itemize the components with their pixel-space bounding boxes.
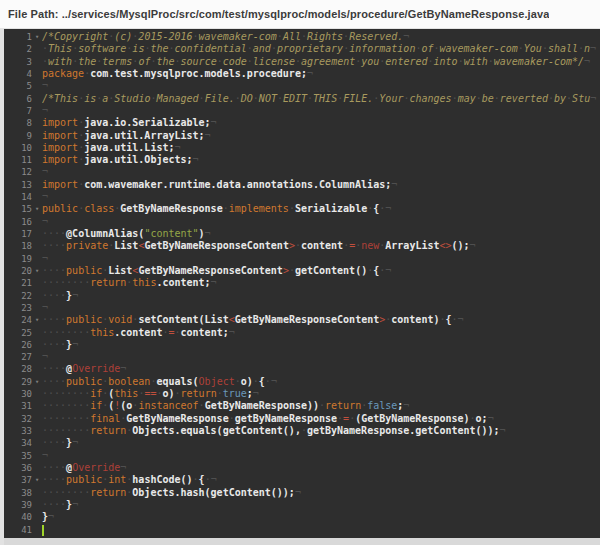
code-line[interactable]: 5¬ xyxy=(4,80,600,92)
code-text: ····@Override¬ xyxy=(42,363,600,375)
code-line[interactable]: 4package·com.test.mysqlproc.models.proce… xyxy=(4,68,600,80)
code-line[interactable]: 17····@ColumnAlias("content")¬ xyxy=(4,228,600,240)
code-line[interactable]: 30········if·(this·==·o)·return·true;¬ xyxy=(4,388,600,400)
code-line[interactable]: 26····}¬ xyxy=(4,339,600,351)
line-number: 4 xyxy=(4,68,32,80)
code-line[interactable]: 11import·java.util.Objects;¬ xyxy=(4,154,600,166)
line-number: 37 xyxy=(4,474,32,486)
line-number: 38 xyxy=(4,487,32,499)
eol-mark: ¬ xyxy=(72,339,78,350)
line-number: 10 xyxy=(4,142,32,154)
code-line[interactable]: 7¬ xyxy=(4,105,600,117)
eol-mark: ¬ xyxy=(229,327,235,338)
code-text: ········if·(this·==·o)·return·true;¬ xyxy=(42,388,600,400)
code-line[interactable]: 29▾····public·boolean·equals(Object·o)·{… xyxy=(4,376,600,388)
code-line[interactable]: 31········if·(!(o·instanceof·GetByNameRe… xyxy=(4,400,600,412)
eol-mark: ¬ xyxy=(42,80,48,91)
code-line[interactable]: 12¬ xyxy=(4,166,600,178)
fold-toggle-icon[interactable]: ▾ xyxy=(32,314,42,326)
fold-column xyxy=(32,400,42,412)
fold-column xyxy=(32,524,42,536)
fold-column xyxy=(32,93,42,105)
eol-mark: ¬ xyxy=(42,450,48,461)
code-text xyxy=(42,524,600,536)
code-line[interactable]: 21········return·this.content;¬ xyxy=(4,277,600,289)
horizontal-scrollbar-track[interactable] xyxy=(4,538,600,545)
code-line[interactable]: 34····}¬ xyxy=(4,437,600,449)
code-line[interactable]: 13import·com.wavemaker.runtime.data.anno… xyxy=(4,179,600,191)
fold-column xyxy=(32,43,42,55)
code-line[interactable]: 8import·java.io.Serializable;¬ xyxy=(4,117,600,129)
eol-mark: ¬ xyxy=(271,376,277,387)
code-line[interactable]: 16¬ xyxy=(4,216,600,228)
eol-mark: ¬ xyxy=(120,363,126,374)
code-line[interactable]: 18····private·List<GetByNameResponseCont… xyxy=(4,240,600,252)
eol-mark: ¬ xyxy=(584,56,590,67)
fold-column xyxy=(32,487,42,499)
code-text: ¬ xyxy=(42,166,600,178)
fold-column xyxy=(32,105,42,117)
fold-toggle-icon[interactable]: ▾ xyxy=(32,474,42,486)
code-text: ¬ xyxy=(42,216,600,228)
code-text: }¬ xyxy=(42,511,600,523)
line-number: 11 xyxy=(4,154,32,166)
eol-mark: ¬ xyxy=(42,253,48,264)
code-line[interactable]: 39····}¬ xyxy=(4,499,600,511)
code-line[interactable]: 6/*This·is·a·Studio·Managed·File.·DO·NOT… xyxy=(4,93,600,105)
fold-toggle-icon[interactable]: ▾ xyxy=(32,31,42,43)
line-number: 32 xyxy=(4,413,32,425)
code-line[interactable]: 27¬ xyxy=(4,351,600,363)
code-line[interactable]: 3·with·the·terms·of·the·source·code·lice… xyxy=(4,56,600,68)
code-line[interactable]: 32········final·GetByNameResponse·getByN… xyxy=(4,413,600,425)
code-line[interactable]: 35¬ xyxy=(4,450,600,462)
code-text: ····public·boolean·equals(Object·o)·{·¬ xyxy=(42,376,600,388)
fold-toggle-icon[interactable]: ▾ xyxy=(32,203,42,215)
code-line[interactable]: 22····}¬ xyxy=(4,290,600,302)
fold-column xyxy=(32,462,42,474)
line-number: 25 xyxy=(4,327,32,339)
code-line[interactable]: 24▾····public·void·setContent(List<GetBy… xyxy=(4,314,600,326)
line-number: 21 xyxy=(4,277,32,289)
code-line[interactable]: 28····@Override¬ xyxy=(4,363,600,375)
code-text: ····}¬ xyxy=(42,290,600,302)
code-line[interactable]: 15▾public·class·GetByNameResponse·implem… xyxy=(4,203,600,215)
code-line[interactable]: 33········return·Objects.equals(getConte… xyxy=(4,425,600,437)
line-number: 22 xyxy=(4,290,32,302)
fold-toggle-icon[interactable]: ▾ xyxy=(32,265,42,277)
code-text: /*This·is·a·Studio·Managed·File.·DO·NOT·… xyxy=(42,93,600,105)
fold-column xyxy=(32,499,42,511)
line-number: 12 xyxy=(4,166,32,178)
code-text: ····public·List<GetByNameResponseContent… xyxy=(42,265,600,277)
eol-mark: ¬ xyxy=(42,105,48,116)
code-text: ¬ xyxy=(42,302,600,314)
code-text: ········return·this.content;¬ xyxy=(42,277,600,289)
code-line[interactable]: 19¬ xyxy=(4,253,600,265)
code-text: import·com.wavemaker.runtime.data.annota… xyxy=(42,179,600,191)
eol-mark: ¬ xyxy=(193,154,199,165)
fold-column xyxy=(32,68,42,80)
code-line[interactable]: 37▾····public·int·hashCode()·{·¬ xyxy=(4,474,600,486)
code-line[interactable]: 10import·java.util.List;¬ xyxy=(4,142,600,154)
code-line[interactable]: 20▾····public·List<GetByNameResponseCont… xyxy=(4,265,600,277)
fold-column xyxy=(32,351,42,363)
code-line[interactable]: 38········return·Objects.hash(getContent… xyxy=(4,487,600,499)
code-text: ·This·software·is·the·confidential·and·p… xyxy=(42,43,600,55)
code-line[interactable]: 23¬ xyxy=(4,302,600,314)
code-line[interactable]: 36····@Override¬ xyxy=(4,462,600,474)
code-line[interactable]: 14¬ xyxy=(4,191,600,203)
fold-toggle-icon[interactable]: ▾ xyxy=(32,376,42,388)
eol-mark: ¬ xyxy=(211,474,217,485)
code-line[interactable]: 25········this.content·=·content;¬ xyxy=(4,327,600,339)
code-editor[interactable]: 1▾/*Copyright·(c)·2015-2016·wavemaker-co… xyxy=(4,29,600,538)
code-line[interactable]: 1▾/*Copyright·(c)·2015-2016·wavemaker-co… xyxy=(4,31,600,43)
line-number: 28 xyxy=(4,363,32,375)
fold-column xyxy=(32,166,42,178)
text-cursor xyxy=(42,525,44,536)
code-line[interactable]: 2·This·software·is·the·confidential·and·… xyxy=(4,43,600,55)
code-line[interactable]: 40}¬ xyxy=(4,511,600,523)
code-line[interactable]: 9import·java.util.ArrayList;¬ xyxy=(4,130,600,142)
eol-mark: ¬ xyxy=(42,166,48,177)
line-number: 31 xyxy=(4,400,32,412)
code-text: ····}¬ xyxy=(42,339,600,351)
code-line[interactable]: 41 xyxy=(4,524,600,536)
